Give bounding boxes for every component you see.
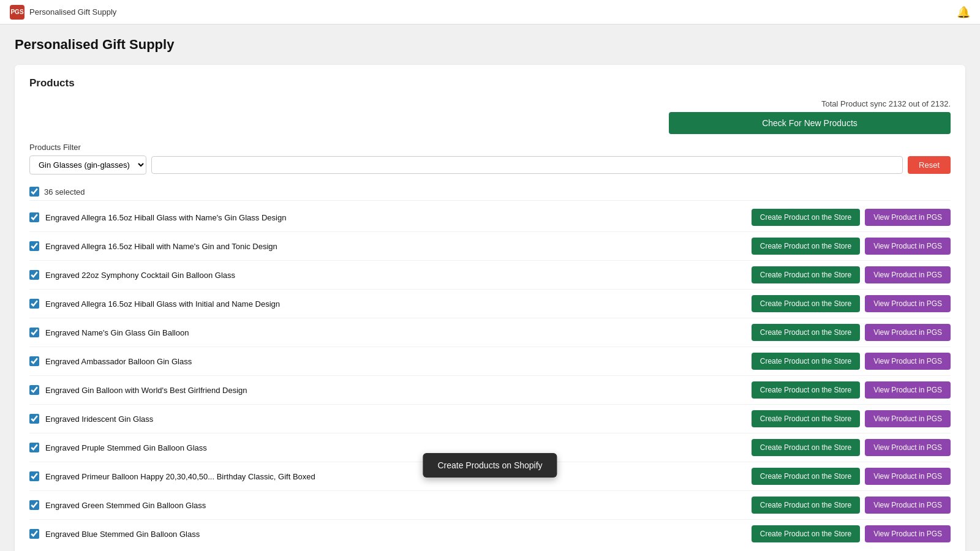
product-checkbox[interactable] xyxy=(29,356,39,366)
product-checkbox[interactable] xyxy=(29,328,39,337)
notification-bell-icon[interactable]: 🔔 xyxy=(957,6,970,19)
product-name: Engraved Name's Gin Glass Gin Balloon xyxy=(45,328,189,337)
product-left: Engraved Allegra 16.5oz Hiball Glass wit… xyxy=(29,212,286,222)
product-left: Engraved Blue Stemmed Gin Balloon Glass xyxy=(29,529,200,539)
select-all-label[interactable]: 36 selected xyxy=(44,187,85,197)
sync-row: Total Product sync 2132 out of 2132. Che… xyxy=(29,99,951,134)
product-actions: Create Product on the StoreView Product … xyxy=(752,381,951,399)
product-checkbox[interactable] xyxy=(29,500,39,510)
view-product-button[interactable]: View Product in PGS xyxy=(865,266,951,283)
sync-status-text: Total Product sync 2132 out of 2132. xyxy=(821,99,951,108)
product-name: Engraved Allegra 16.5oz Hiball Glass wit… xyxy=(45,213,286,222)
create-product-button[interactable]: Create Product on the Store xyxy=(752,381,860,399)
product-actions: Create Product on the StoreView Product … xyxy=(752,295,951,312)
product-name: Engraved Gin Balloon with World's Best G… xyxy=(45,386,247,395)
product-row: Engraved Ambassador Balloon Gin GlassCre… xyxy=(29,347,951,376)
page-heading: Personalised Gift Supply xyxy=(15,37,965,53)
view-product-button[interactable]: View Product in PGS xyxy=(865,238,951,255)
select-all-checkbox[interactable] xyxy=(29,187,39,197)
product-row: Engraved Allegra 16.5oz Hiball Glass wit… xyxy=(29,203,951,232)
product-name: Engraved Allegra 16.5oz Hiball with Name… xyxy=(45,242,277,251)
product-name: Engraved Blue Stemmed Gin Balloon Glass xyxy=(45,530,200,539)
product-checkbox[interactable] xyxy=(29,241,39,251)
product-left: Engraved Green Stemmed Gin Balloon Glass xyxy=(29,500,206,510)
product-left: Engraved Allegra 16.5oz Hiball Glass wit… xyxy=(29,299,280,309)
product-checkbox[interactable] xyxy=(29,529,39,539)
create-product-button[interactable]: Create Product on the Store xyxy=(752,238,860,255)
product-checkbox[interactable] xyxy=(29,471,39,481)
product-checkbox[interactable] xyxy=(29,212,39,222)
product-name: Engraved Green Stemmed Gin Balloon Glass xyxy=(45,501,206,510)
view-product-button[interactable]: View Product in PGS xyxy=(865,439,951,456)
reset-filter-button[interactable]: Reset xyxy=(908,156,951,174)
product-left: Engraved Ambassador Balloon Gin Glass xyxy=(29,356,192,366)
product-row: Engraved Allegra 16.5oz Hiball with Name… xyxy=(29,232,951,261)
view-product-button[interactable]: View Product in PGS xyxy=(865,324,951,341)
product-name: Engraved Pruple Stemmed Gin Balloon Glas… xyxy=(45,443,207,452)
create-product-button[interactable]: Create Product on the Store xyxy=(752,324,860,341)
view-product-button[interactable]: View Product in PGS xyxy=(865,525,951,542)
filter-label: Products Filter xyxy=(29,143,951,152)
product-checkbox[interactable] xyxy=(29,443,39,452)
create-product-button[interactable]: Create Product on the Store xyxy=(752,497,860,514)
topbar: PGS Personalised Gift Supply 🔔 xyxy=(0,0,980,24)
product-name: Engraved Iridescent Gin Glass xyxy=(45,414,153,424)
product-left: Engraved Pruple Stemmed Gin Balloon Glas… xyxy=(29,443,207,452)
product-left: Engraved Primeur Balloon Happy 20,30,40,… xyxy=(29,471,315,481)
create-products-shopify-button[interactable]: Create Products on Shopify xyxy=(423,453,557,478)
create-product-button[interactable]: Create Product on the Store xyxy=(752,410,860,427)
card-title: Products xyxy=(29,77,951,89)
create-product-button[interactable]: Create Product on the Store xyxy=(752,525,860,542)
create-product-button[interactable]: Create Product on the Store xyxy=(752,353,860,370)
product-actions: Create Product on the StoreView Product … xyxy=(752,525,951,542)
topbar-left: PGS Personalised Gift Supply xyxy=(10,5,116,20)
view-product-button[interactable]: View Product in PGS xyxy=(865,468,951,485)
view-product-button[interactable]: View Product in PGS xyxy=(865,497,951,514)
product-actions: Create Product on the StoreView Product … xyxy=(752,439,951,456)
view-product-button[interactable]: View Product in PGS xyxy=(865,209,951,226)
product-name: Engraved Allegra 16.5oz Hiball Glass wit… xyxy=(45,299,280,309)
product-row: Engraved Green Stemmed Gin Balloon Glass… xyxy=(29,491,951,520)
product-row: Engraved 22oz Symphony Cocktail Gin Ball… xyxy=(29,261,951,290)
product-checkbox[interactable] xyxy=(29,270,39,280)
product-checkbox[interactable] xyxy=(29,414,39,424)
create-product-button[interactable]: Create Product on the Store xyxy=(752,266,860,283)
product-actions: Create Product on the StoreView Product … xyxy=(752,468,951,485)
product-actions: Create Product on the StoreView Product … xyxy=(752,497,951,514)
products-card: Products Total Product sync 2132 out of … xyxy=(15,65,965,551)
product-checkbox[interactable] xyxy=(29,385,39,395)
product-actions: Create Product on the StoreView Product … xyxy=(752,353,951,370)
app-icon: PGS xyxy=(10,5,24,20)
product-actions: Create Product on the StoreView Product … xyxy=(752,209,951,226)
view-product-button[interactable]: View Product in PGS xyxy=(865,381,951,399)
product-actions: Create Product on the StoreView Product … xyxy=(752,324,951,341)
product-left: Engraved 22oz Symphony Cocktail Gin Ball… xyxy=(29,270,235,280)
product-actions: Create Product on the StoreView Product … xyxy=(752,410,951,427)
create-product-button[interactable]: Create Product on the Store xyxy=(752,295,860,312)
product-name: Engraved Ambassador Balloon Gin Glass xyxy=(45,357,192,366)
create-product-button[interactable]: Create Product on the Store xyxy=(752,468,860,485)
product-name: Engraved Primeur Balloon Happy 20,30,40,… xyxy=(45,472,315,481)
check-new-products-button[interactable]: Check For New Products xyxy=(669,112,951,134)
product-list: Engraved Allegra 16.5oz Hiball Glass wit… xyxy=(29,203,951,548)
filter-search-input[interactable] xyxy=(151,156,903,174)
filter-row: Gin Glasses (gin-glasses) Reset xyxy=(29,156,951,174)
product-row: Engraved Gin Balloon with World's Best G… xyxy=(29,376,951,405)
product-actions: Create Product on the StoreView Product … xyxy=(752,266,951,283)
product-left: Engraved Gin Balloon with World's Best G… xyxy=(29,385,247,395)
product-row: Engraved Allegra 16.5oz Hiball Glass wit… xyxy=(29,290,951,318)
view-product-button[interactable]: View Product in PGS xyxy=(865,410,951,427)
filter-category-select[interactable]: Gin Glasses (gin-glasses) xyxy=(29,156,146,174)
product-row: Engraved Name's Gin Glass Gin BalloonCre… xyxy=(29,318,951,347)
view-product-button[interactable]: View Product in PGS xyxy=(865,295,951,312)
create-product-button[interactable]: Create Product on the Store xyxy=(752,209,860,226)
product-row: Engraved Blue Stemmed Gin Balloon GlassC… xyxy=(29,520,951,548)
view-product-button[interactable]: View Product in PGS xyxy=(865,353,951,370)
product-left: Engraved Name's Gin Glass Gin Balloon xyxy=(29,328,189,337)
product-actions: Create Product on the StoreView Product … xyxy=(752,238,951,255)
create-product-button[interactable]: Create Product on the Store xyxy=(752,439,860,456)
select-all-row: 36 selected xyxy=(29,183,951,201)
product-name: Engraved 22oz Symphony Cocktail Gin Ball… xyxy=(45,271,235,280)
product-checkbox[interactable] xyxy=(29,299,39,309)
product-left: Engraved Allegra 16.5oz Hiball with Name… xyxy=(29,241,277,251)
